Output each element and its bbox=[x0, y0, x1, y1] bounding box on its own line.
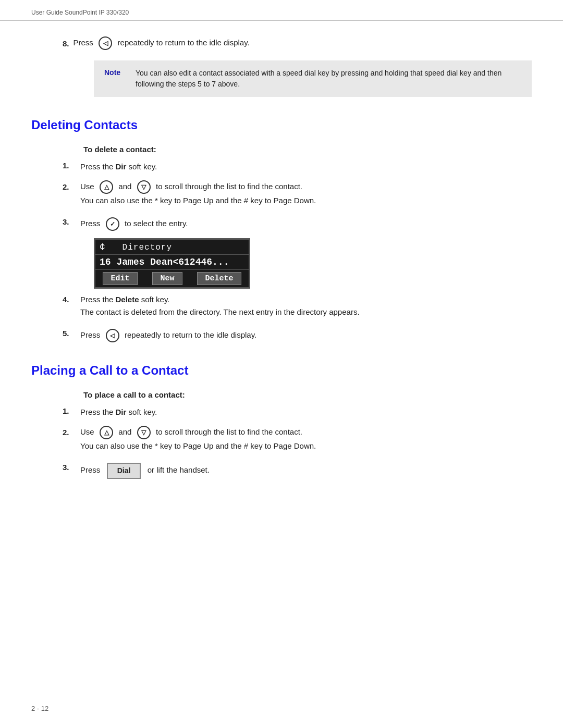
delete-step-3: 3. Press ✓ to select the entry. bbox=[63, 217, 532, 231]
placing-call-section: Placing a Call to a Contact To place a c… bbox=[31, 363, 532, 479]
placing-call-heading: Placing a Call to a Contact bbox=[31, 363, 532, 378]
delete-contact-subheading: To delete a contact: bbox=[83, 145, 532, 154]
place-call-step-3: 3. Press Dial or lift the handset. bbox=[63, 463, 532, 479]
up-arrow-icon: △ bbox=[100, 180, 113, 194]
delete-step-4: 4. Press the Delete soft key. The contac… bbox=[63, 294, 532, 322]
note-label: Note bbox=[104, 68, 125, 77]
left-arrow-icon-2: ◁ bbox=[106, 329, 119, 342]
delete-step-4-content: Press the Delete soft key. bbox=[80, 294, 169, 306]
delete-step-2-note: You can also use the * key to Page Up an… bbox=[80, 196, 316, 205]
down-arrow-icon-2: ▽ bbox=[137, 426, 151, 439]
header-text: User Guide SoundPoint IP 330/320 bbox=[31, 9, 129, 16]
new-softkey: New bbox=[152, 272, 182, 285]
delete-step-2-content: Use △ and ▽ to scroll through the list t… bbox=[80, 180, 302, 194]
screen-line-1: ¢ Directory bbox=[95, 240, 249, 255]
place-call-step-2-content: Use △ and ▽ to scroll through the list t… bbox=[80, 426, 302, 439]
place-call-step-2-note: You can also use the * key to Page Up an… bbox=[80, 441, 316, 450]
delete-step-4-note: The contact is deleted from the director… bbox=[80, 307, 360, 316]
delete-step-5: 5. Press ◁ repeatedly to return to the i… bbox=[63, 329, 532, 342]
delete-step-5-num: 5. bbox=[63, 329, 75, 338]
delete-steps-list-continued: 4. Press the Delete soft key. The contac… bbox=[63, 294, 532, 343]
place-call-steps-list: 1. Press the Dir soft key. 2. Use △ and … bbox=[63, 406, 532, 479]
dial-button[interactable]: Dial bbox=[107, 463, 141, 479]
delete-softkey: Delete bbox=[197, 272, 241, 285]
delete-step-2: 2. Use △ and ▽ to scroll through the lis… bbox=[63, 180, 532, 210]
place-call-step-2-num: 2. bbox=[63, 428, 75, 437]
phone-screen: ¢ Directory 16 James Dean<612446... Edit… bbox=[94, 238, 250, 289]
delete-step-3-num: 3. bbox=[63, 217, 75, 226]
place-call-step-1: 1. Press the Dir soft key. bbox=[63, 406, 532, 418]
delete-step-5-content: Press ◁ repeatedly to return to the idle… bbox=[80, 329, 256, 342]
delete-step-2-num: 2. bbox=[63, 182, 75, 191]
dir-key-label-2: Dir bbox=[116, 408, 127, 416]
delete-step-1-content: Press the Dir soft key. bbox=[80, 161, 157, 173]
header-bar: User Guide SoundPoint IP 330/320 bbox=[0, 0, 563, 21]
check-icon: ✓ bbox=[106, 217, 119, 231]
deleting-contacts-section: Deleting Contacts To delete a contact: 1… bbox=[31, 118, 532, 342]
up-arrow-icon-2: △ bbox=[100, 426, 113, 439]
delete-steps-list: 1. Press the Dir soft key. 2. Use △ and … bbox=[63, 161, 532, 231]
step-8-content: Press ◁ repeatedly to return to the idle… bbox=[74, 36, 250, 50]
delete-step-3-content: Press ✓ to select the entry. bbox=[80, 217, 188, 231]
page-number: 2 - 12 bbox=[31, 705, 48, 712]
place-call-step-3-content: Press Dial or lift the handset. bbox=[80, 463, 210, 479]
dir-key-label: Dir bbox=[116, 162, 127, 171]
delete-key-label: Delete bbox=[116, 295, 139, 304]
note-text: You can also edit a contact associated w… bbox=[136, 68, 521, 90]
delete-step-1: 1. Press the Dir soft key. bbox=[63, 161, 532, 173]
place-call-step-1-content: Press the Dir soft key. bbox=[80, 406, 157, 418]
left-arrow-icon: ◁ bbox=[99, 36, 112, 50]
deleting-contacts-heading: Deleting Contacts bbox=[31, 118, 532, 132]
place-call-step-2: 2. Use △ and ▽ to scroll through the lis… bbox=[63, 426, 532, 455]
screen-buttons: Edit New Delete bbox=[95, 270, 249, 287]
place-call-subheading: To place a call to a contact: bbox=[83, 390, 532, 399]
screen-line-2: 16 James Dean<612446... bbox=[95, 255, 249, 270]
delete-step-1-num: 1. bbox=[63, 161, 75, 170]
edit-softkey: Edit bbox=[103, 272, 137, 285]
step-8-number: 8. bbox=[63, 39, 69, 48]
step-8-intro: 8. Press ◁ repeatedly to return to the i… bbox=[63, 36, 532, 50]
place-call-step-3-num: 3. bbox=[63, 463, 75, 472]
note-box: Note You can also edit a contact associa… bbox=[94, 60, 532, 97]
place-call-step-1-num: 1. bbox=[63, 406, 75, 415]
down-arrow-icon: ▽ bbox=[137, 180, 151, 194]
delete-step-4-num: 4. bbox=[63, 295, 75, 304]
